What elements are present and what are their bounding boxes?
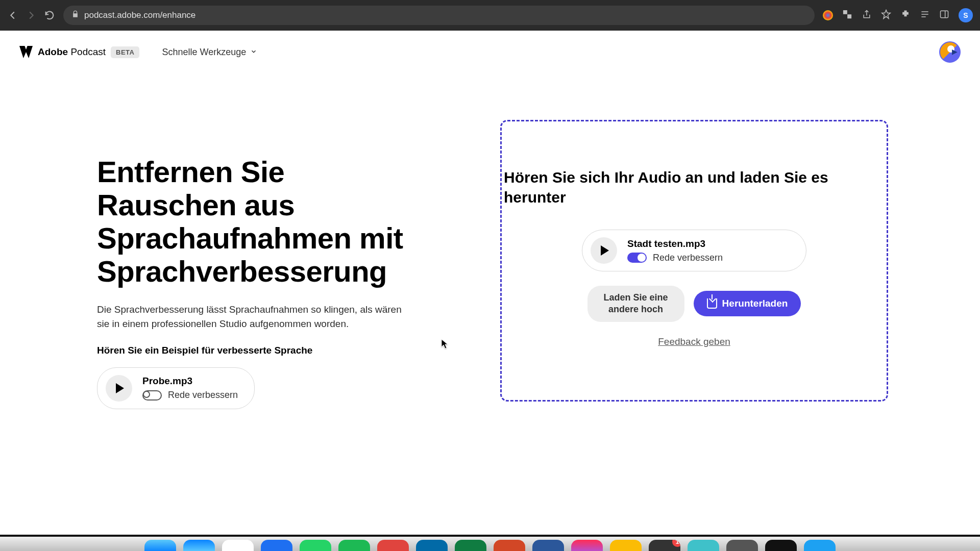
user-enhance-toggle[interactable] (627, 253, 647, 263)
user-enhance-label: Rede verbessern (653, 253, 723, 263)
upload-dropzone[interactable]: Hören Sie sich Ihr Audio an und laden Si… (500, 120, 888, 402)
bookmark-icon[interactable] (881, 9, 891, 21)
upload-another-button[interactable]: Laden Sie eine andere hoch (587, 286, 684, 322)
browser-profile-avatar[interactable]: S (959, 8, 973, 22)
svg-rect-0 (941, 11, 948, 17)
download-button[interactable]: Herunterladen (694, 291, 801, 316)
quick-tools-menu[interactable]: Schnelle Werkzeuge (162, 47, 257, 58)
reading-list-icon[interactable] (920, 9, 930, 21)
play-icon (601, 245, 609, 256)
sample-enhance-label: Rede verbessern (168, 390, 238, 400)
share-icon[interactable] (862, 9, 872, 21)
extensions-icon[interactable] (900, 9, 911, 21)
logo[interactable]: Adobe Podcast BETA (19, 46, 139, 58)
reload-button[interactable] (44, 10, 55, 21)
sample-file-name: Probe.mp3 (142, 375, 238, 387)
user-audio-card: Stadt testen.mp3 Rede verbessern (582, 230, 806, 271)
download-label: Herunterladen (722, 298, 788, 309)
google-icon[interactable] (823, 10, 833, 20)
play-icon (116, 383, 124, 393)
adobe-logo-icon (19, 46, 33, 58)
page-title: Entfernen Sie Rauschen aus Sprachaufnahm… (97, 156, 413, 288)
play-sample-button[interactable] (106, 375, 132, 402)
logo-text: Adobe Podcast (38, 46, 106, 58)
beta-badge: BETA (111, 46, 139, 58)
user-avatar[interactable] (939, 41, 961, 63)
user-file-name: Stadt testen.mp3 (627, 238, 723, 249)
url-text: podcast.adobe.com/enhance (84, 10, 195, 20)
address-bar[interactable]: podcast.adobe.com/enhance (63, 6, 815, 25)
page-subtitle: Die Sprachverbesserung lässt Sprachaufna… (97, 303, 403, 332)
translate-icon[interactable] (842, 9, 852, 21)
browser-chrome: podcast.adobe.com/enhance S (0, 0, 980, 31)
play-user-audio-button[interactable] (591, 237, 617, 264)
sample-enhance-toggle[interactable] (142, 390, 162, 400)
lock-icon (71, 10, 79, 20)
upload-panel-title: Hören Sie sich Ihr Audio an und laden Si… (502, 167, 887, 207)
download-icon (707, 298, 717, 309)
panel-icon[interactable] (939, 9, 949, 21)
feedback-link[interactable]: Feedback geben (658, 336, 730, 347)
forward-button[interactable] (26, 10, 37, 21)
back-button[interactable] (7, 10, 18, 21)
example-label: Hören Sie ein Beispiel für verbesserte S… (97, 345, 413, 356)
quick-tools-label: Schnelle Werkzeuge (162, 47, 246, 58)
sample-audio-card: Probe.mp3 Rede verbessern (97, 367, 255, 409)
app-header: Adobe Podcast BETA Schnelle Werkzeuge (0, 31, 980, 74)
chevron-down-icon (250, 47, 257, 58)
